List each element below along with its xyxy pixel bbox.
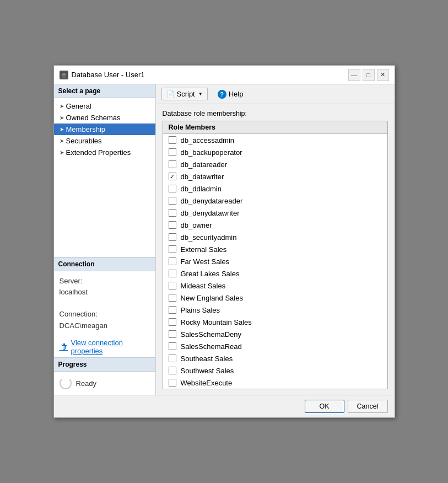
role-name: Mideast Sales [181,282,226,290]
role-item: db_ddladmin [163,183,387,195]
sidebar-item-label: Owned Schemas [66,114,121,122]
role-name: Far West Sales [181,257,230,266]
sidebar-item-membership[interactable]: ➤ Membership [54,124,155,135]
role-name: Plains Sales [181,306,220,314]
role-item: Rocky Mountain Sales [163,316,387,328]
role-checkbox[interactable] [169,160,176,168]
close-button[interactable]: ✕ [377,69,389,81]
script-button-group: 📄 Script ▼ [161,88,208,100]
role-checkbox[interactable] [169,257,176,265]
sidebar-item-label: Membership [66,125,106,133]
role-checkbox[interactable] [169,318,176,326]
sidebar-item-extended-properties[interactable]: ➤ Extended Properties [54,147,155,158]
script-button[interactable]: 📄 Script ▼ [161,88,208,100]
role-name: Southwest Sales [181,367,234,375]
role-checkbox[interactable] [169,294,176,302]
progress-content: Ready [54,372,155,395]
role-checkbox[interactable] [169,136,176,144]
arrow-icon: ➤ [60,103,64,109]
role-checkbox[interactable] [169,197,176,205]
role-item: db_datawriter [163,170,387,183]
role-name: db_denydatawriter [181,209,240,217]
role-checkbox[interactable] [169,209,176,217]
maximize-button[interactable]: □ [363,69,375,81]
sidebar-item-owned-schemas[interactable]: ➤ Owned Schemas [54,112,155,124]
role-item: Southwest Sales [163,364,387,377]
svg-rect-2 [62,76,66,78]
role-name: db_owner [181,221,212,229]
role-item: db_backupoperator [163,146,387,158]
toolbar: 📄 Script ▼ ? Help [156,84,395,104]
role-checkbox[interactable] [169,148,176,156]
view-connection-link[interactable]: 🗡 View connection properties [54,336,155,357]
role-checkbox[interactable] [169,245,176,253]
role-checkbox[interactable] [169,330,176,338]
footer: OK Cancel [54,395,395,417]
connection-header: Connection [54,257,155,271]
role-item: db_datareader [163,158,387,170]
role-name: SalesSchemaRead [181,342,242,351]
sidebar: Select a page ➤ General ➤ Owned Schemas … [54,84,156,395]
role-item: Mideast Sales [163,280,387,292]
sidebar-item-label: Extended Properties [66,148,131,157]
nav-items: ➤ General ➤ Owned Schemas ➤ Membership ➤… [54,98,155,257]
role-checkbox[interactable] [169,355,176,362]
cancel-button[interactable]: Cancel [348,400,388,413]
role-name: db_datawriter [181,173,224,181]
role-checkbox[interactable] [169,367,176,374]
role-checkbox[interactable] [169,306,176,314]
connection-section: Connection Server: localhost Connection:… [54,257,155,357]
connection-info: Server: localhost Connection: DCAC\meaga… [54,271,155,336]
window-title: Database User - User1 [72,71,145,79]
role-item: db_securityadmin [163,231,387,243]
progress-header: Progress [54,358,155,372]
role-checkbox[interactable] [169,270,176,277]
role-item: Great Lakes Sales [163,267,387,280]
roles-container: Role Members db_accessadmindb_backupoper… [163,121,388,389]
help-button[interactable]: ? Help [213,88,248,100]
role-item: Plains Sales [163,304,387,316]
role-checkbox[interactable] [169,221,176,229]
role-name: New England Sales [181,294,243,302]
role-name: db_backupoperator [181,148,242,157]
role-item: SalesSchemaRead [163,340,387,352]
svg-point-1 [62,73,66,76]
help-icon: ? [218,90,226,99]
sidebar-item-general[interactable]: ➤ General [54,100,155,112]
connection-value: DCAC\meagan [60,320,150,332]
role-name: WebsiteExecute [181,379,233,387]
role-item: db_accessadmin [163,134,387,146]
role-name: External Sales [181,245,227,254]
role-name: db_accessadmin [181,136,235,144]
role-name: db_datareader [181,160,228,169]
sidebar-item-label: General [66,102,91,110]
sidebar-item-securables[interactable]: ➤ Securables [54,135,155,147]
server-value: localhost [60,287,150,298]
title-bar-left: Database User - User1 [60,71,145,79]
role-name: db_ddladmin [181,185,222,193]
role-checkbox[interactable] [169,233,176,241]
roles-membership-label: Database role membership: [163,110,388,117]
dropdown-arrow-icon: ▼ [198,92,203,96]
role-checkbox[interactable] [169,342,176,350]
role-item: Far West Sales [163,255,387,267]
connection-icon: 🗡 [60,342,68,352]
minimize-button[interactable]: — [348,69,360,81]
role-item: SalesSchemaDeny [163,328,387,340]
role-name: Southeast Sales [181,355,233,363]
role-item: WebsiteExecute [163,377,387,389]
role-checkbox[interactable] [169,173,176,180]
role-checkbox[interactable] [169,379,176,387]
page-section: Database role membership: Role Members d… [156,104,395,395]
roles-column-header: Role Members [163,121,387,134]
ok-button[interactable]: OK [305,400,344,413]
role-name: db_denydatareader [181,197,243,205]
role-checkbox[interactable] [169,282,176,289]
arrow-icon: ➤ [60,126,64,132]
arrow-icon: ➤ [60,115,64,121]
role-name: db_securityadmin [181,233,237,242]
progress-section: Progress Ready [54,357,155,395]
role-checkbox[interactable] [169,185,176,192]
arrow-icon: ➤ [60,138,64,144]
server-label: Server: [60,276,150,287]
